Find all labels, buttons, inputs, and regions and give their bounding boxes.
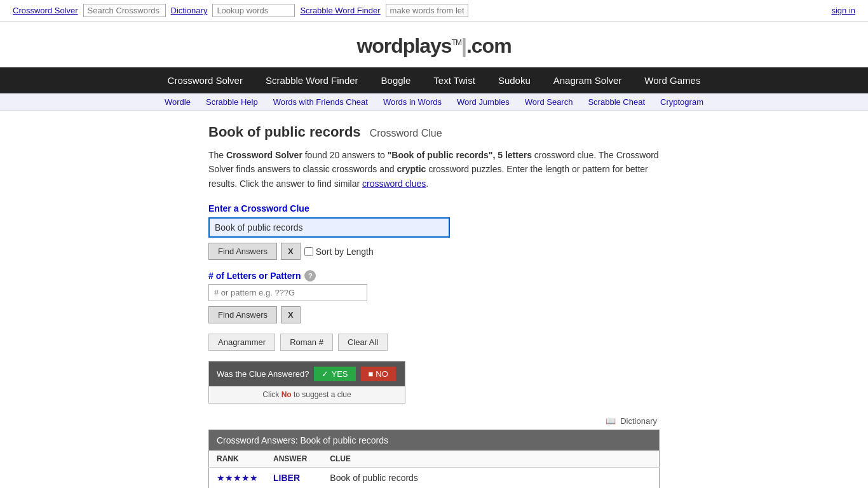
clear-clue-button[interactable]: X: [281, 243, 301, 260]
utility-row: Anagrammer Roman # Clear All: [208, 334, 660, 351]
pattern-input[interactable]: [208, 284, 367, 301]
pattern-label-text: # of Letters or Pattern: [208, 271, 301, 281]
clue-answered-question: Was the Clue Answered?: [217, 369, 309, 379]
subnav-scrabble-cheat[interactable]: Scrabble Cheat: [580, 93, 653, 111]
col-header-row: RANK ANSWER CLUE: [209, 451, 660, 468]
sub-nav: Wordle Scrabble Help Words with Friends …: [0, 93, 868, 111]
clue-answered-footer: Click No to suggest a clue: [209, 386, 405, 403]
subnav-scrabble-help[interactable]: Scrabble Help: [198, 93, 266, 111]
find-answers-button[interactable]: Find Answers: [208, 243, 277, 260]
desc-part1: The: [208, 150, 226, 160]
sort-by-length-text: Sort by Length: [316, 247, 374, 257]
description: The Crossword Solver found 20 answers to…: [208, 148, 660, 191]
find-answers-button-2[interactable]: Find Answers: [208, 306, 277, 323]
nav-scrabble-word-finder[interactable]: Scrabble Word Finder: [254, 67, 370, 93]
nav-word-games[interactable]: Word Games: [633, 67, 712, 93]
page-title: Book of public records Crossword Clue: [208, 124, 660, 140]
main-content: Book of public records Crossword Clue Th…: [196, 124, 672, 488]
top-dictionary-link[interactable]: Dictionary: [171, 6, 208, 15]
main-nav: Crossword Solver Scrabble Word Finder Bo…: [0, 67, 868, 93]
no-button[interactable]: ■ NO: [361, 367, 396, 381]
subnav-words-in-words[interactable]: Words in Words: [376, 93, 449, 111]
no-square: ■: [369, 369, 374, 379]
clue-answered-header: Was the Clue Answered? ✓ YES ■ NO: [209, 362, 405, 386]
crossword-clue-label: Crossword Clue: [370, 128, 442, 139]
subnav-word-jumbles[interactable]: Word Jumbles: [449, 93, 517, 111]
help-icon[interactable]: ?: [304, 270, 316, 281]
nav-boggle[interactable]: Boggle: [370, 67, 423, 93]
nav-crossword-solver[interactable]: Crossword Solver: [156, 67, 254, 93]
pattern-section-label: # of Letters or Pattern ?: [208, 270, 660, 281]
nav-sudoku[interactable]: Sudoku: [487, 67, 542, 93]
yes-button[interactable]: ✓ YES: [314, 367, 355, 381]
sort-by-length-label[interactable]: Sort by Length: [304, 247, 374, 257]
search-crosswords-input[interactable]: [83, 4, 166, 17]
top-crossword-solver-link[interactable]: Crossword Solver: [13, 6, 78, 15]
col-clue: CLUE: [322, 451, 659, 468]
make-words-input[interactable]: [386, 4, 468, 17]
five-stars: ★★★★★: [217, 473, 258, 483]
dictionary-link-text: Dictionary: [620, 416, 657, 426]
logo-com: .com: [466, 34, 512, 57]
desc-part5: .: [426, 179, 428, 189]
answers-table: Crossword Answers: Book of public record…: [208, 430, 660, 488]
logo-area: wordplaysTM|.com: [0, 22, 868, 67]
clear-pattern-button[interactable]: X: [281, 306, 301, 323]
cryptic-bold: cryptic: [397, 164, 426, 174]
top-scrabble-link[interactable]: Scrabble Word Finder: [300, 6, 380, 15]
dictionary-link-area: 📖 Dictionary: [208, 416, 660, 426]
answer-link-liber[interactable]: LIBER: [273, 473, 300, 483]
logo: wordplaysTM|.com: [356, 34, 511, 57]
nav-text-twist[interactable]: Text Twist: [422, 67, 487, 93]
table-title-row: Crossword Answers: Book of public record…: [209, 430, 660, 451]
anagrammer-button[interactable]: Anagrammer: [208, 334, 275, 351]
rank-stars-1: ★★★★★: [209, 468, 266, 488]
clue-input[interactable]: [208, 217, 450, 238]
no-label: NO: [376, 369, 388, 379]
table-row: ★★★★★ LIBER Book of public records: [209, 468, 660, 488]
book-icon: 📖: [606, 416, 616, 426]
crossword-clues-link[interactable]: crossword clues: [362, 179, 426, 189]
top-nav: Crossword Solver Dictionary Scrabble Wor…: [0, 0, 868, 22]
crossword-solver-bold: Crossword Solver: [226, 150, 302, 160]
clue-answered-box: Was the Clue Answered? ✓ YES ■ NO Click …: [208, 361, 405, 403]
logo-wordplays: wordplays: [356, 34, 451, 57]
clue-btn-row: Find Answers X Sort by Length: [208, 243, 660, 260]
sign-in-link[interactable]: sign in: [831, 6, 855, 15]
logo-pipe: |: [461, 34, 466, 57]
dictionary-link[interactable]: 📖 Dictionary: [606, 416, 660, 426]
sort-by-length-checkbox[interactable]: [304, 247, 313, 256]
answer-1: LIBER: [266, 468, 322, 488]
logo-tm: TM: [452, 38, 461, 47]
subnav-word-search[interactable]: Word Search: [517, 93, 581, 111]
table-title: Crossword Answers: Book of public record…: [209, 430, 660, 451]
desc-part2: found 20 answers to: [302, 150, 388, 160]
roman-button[interactable]: Roman #: [280, 334, 333, 351]
col-rank: RANK: [209, 451, 266, 468]
lookup-words-input[interactable]: [212, 4, 295, 17]
clue-quoted: "Book of public records", 5 letters: [388, 150, 532, 160]
clear-all-button[interactable]: Clear All: [338, 334, 388, 351]
clue-1: Book of public records: [322, 468, 659, 488]
no-text-bold: No: [281, 390, 292, 399]
yes-label: YES: [331, 369, 348, 379]
pattern-btn-row: Find Answers X: [208, 306, 660, 323]
enter-clue-label: Enter a Crossword Clue: [208, 203, 660, 214]
subnav-words-with-friends[interactable]: Words with Friends Cheat: [266, 93, 376, 111]
col-answer: ANSWER: [266, 451, 322, 468]
subnav-wordle[interactable]: Wordle: [157, 93, 198, 111]
page-title-text: Book of public records: [208, 124, 361, 140]
yes-checkmark: ✓: [322, 369, 329, 379]
subnav-cryptogram[interactable]: Cryptogram: [653, 93, 711, 111]
nav-anagram-solver[interactable]: Anagram Solver: [542, 67, 634, 93]
